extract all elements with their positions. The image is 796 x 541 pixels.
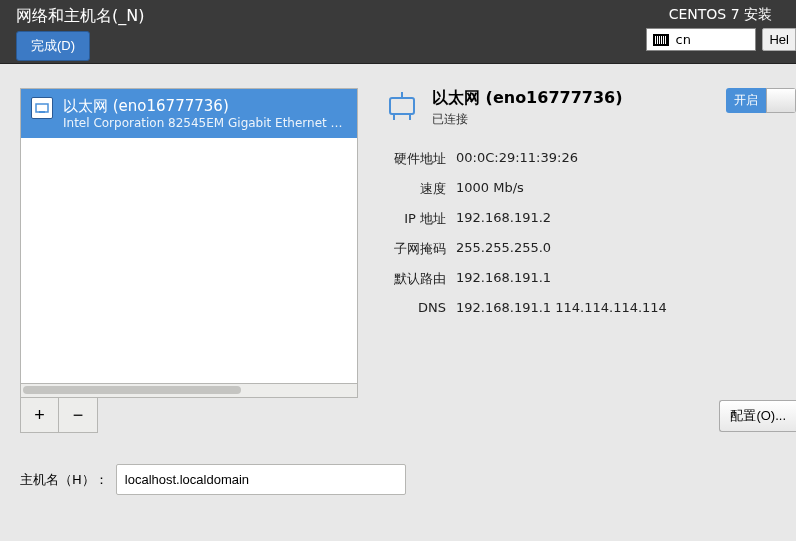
hostname-input[interactable] (116, 464, 406, 495)
gateway-value: 192.168.191.1 (456, 270, 796, 288)
mask-label: 子网掩码 (384, 240, 446, 258)
help-button[interactable]: Hel (762, 28, 796, 51)
nic-title-block: 以太网 (eno16777736) 已连接 (432, 88, 714, 128)
header-right-bottom: cn Hel (646, 28, 796, 51)
hostname-label: 主机名（H）： (20, 471, 108, 489)
nic-title: 以太网 (eno16777736) (432, 88, 714, 109)
installer-label: CENTOS 7 安装 (669, 6, 772, 24)
header-left: 网络和主机名(_N) 完成(D) (16, 6, 144, 63)
nic-list[interactable]: 以太网 (eno16777736) Intel Corporation 8254… (20, 88, 358, 384)
hw-address-value: 00:0C:29:11:39:26 (456, 150, 796, 168)
nic-text: 以太网 (eno16777736) Intel Corporation 8254… (63, 97, 347, 130)
ip-value: 192.168.191.2 (456, 210, 796, 228)
toggle-on-label: 开启 (726, 88, 766, 113)
add-nic-button[interactable]: + (21, 398, 59, 432)
scrollbar-thumb[interactable] (23, 386, 241, 394)
svg-rect-0 (36, 104, 48, 112)
nic-description: Intel Corporation 82545EM Gigabit Ethern… (63, 116, 347, 130)
configure-button[interactable]: 配置(O)... (719, 400, 796, 432)
svg-rect-1 (39, 111, 45, 113)
ethernet-icon (31, 97, 53, 119)
keyboard-indicator[interactable]: cn (646, 28, 756, 51)
toggle-knob (766, 88, 796, 113)
speed-label: 速度 (384, 180, 446, 198)
gateway-label: 默认路由 (384, 270, 446, 288)
svg-rect-2 (390, 98, 414, 114)
hostname-row: 主机名（H）： (20, 464, 406, 495)
nic-name: 以太网 (eno16777736) (63, 97, 347, 116)
nic-list-item[interactable]: 以太网 (eno16777736) Intel Corporation 8254… (21, 89, 357, 138)
header-right: CENTOS 7 安装 cn Hel (646, 6, 796, 63)
keyboard-icon (653, 34, 669, 46)
remove-nic-button[interactable]: − (59, 398, 97, 432)
page-title: 网络和主机名(_N) (16, 6, 144, 27)
done-button[interactable]: 完成(D) (16, 31, 90, 61)
header-bar: 网络和主机名(_N) 完成(D) CENTOS 7 安装 cn Hel (0, 0, 796, 64)
nic-detail-panel: 以太网 (eno16777736) 已连接 开启 硬件地址 00:0C:29:1… (370, 88, 796, 433)
mask-value: 255.255.255.0 (456, 240, 796, 258)
add-remove-toolbar: + − (20, 398, 98, 433)
dns-value: 192.168.191.1 114.114.114.114 (456, 300, 796, 315)
nic-status: 已连接 (432, 111, 714, 128)
dns-label: DNS (384, 300, 446, 315)
nic-details-grid: 硬件地址 00:0C:29:11:39:26 速度 1000 Mb/s IP 地… (384, 150, 796, 315)
connection-toggle[interactable]: 开启 (726, 88, 796, 113)
horizontal-scrollbar[interactable] (20, 384, 358, 398)
speed-value: 1000 Mb/s (456, 180, 796, 198)
nic-panel: 以太网 (eno16777736) Intel Corporation 8254… (20, 88, 358, 433)
keyboard-layout-text: cn (675, 32, 690, 47)
hw-address-label: 硬件地址 (384, 150, 446, 168)
ip-label: IP 地址 (384, 210, 446, 228)
ethernet-big-icon (384, 88, 420, 124)
